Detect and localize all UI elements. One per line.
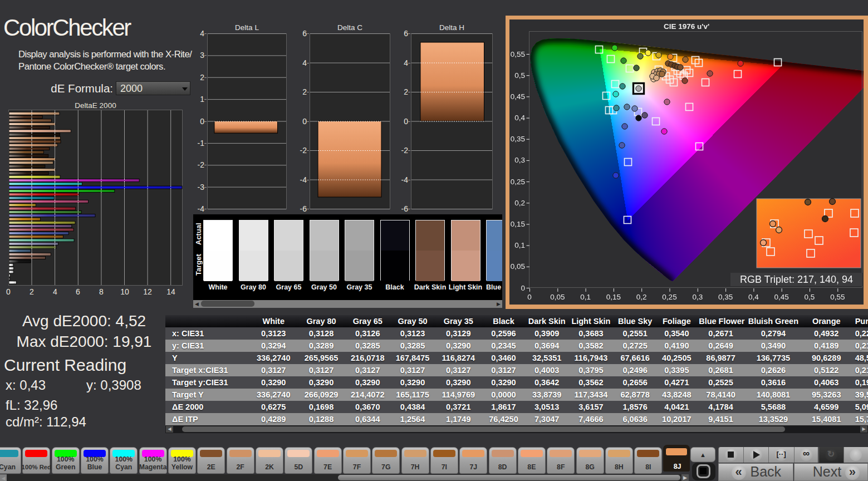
svg-text:CIE 1976 u'v': CIE 1976 u'v' bbox=[664, 22, 709, 31]
svg-text:0,45: 0,45 bbox=[774, 293, 789, 301]
svg-text:0: 0 bbox=[521, 284, 525, 292]
svg-text:0,4: 0,4 bbox=[748, 293, 759, 301]
svg-text:0,35: 0,35 bbox=[718, 293, 733, 301]
svg-text:0,2: 0,2 bbox=[514, 199, 525, 207]
svg-text:RGB Triplet: 217, 140, 94: RGB Triplet: 217, 140, 94 bbox=[740, 274, 853, 285]
svg-text:0,45: 0,45 bbox=[511, 92, 525, 101]
svg-text:0,05: 0,05 bbox=[550, 293, 565, 301]
svg-text:0,2: 0,2 bbox=[636, 293, 647, 301]
svg-text:0,4: 0,4 bbox=[514, 114, 525, 122]
svg-text:0: 0 bbox=[527, 293, 532, 301]
svg-text:0,55: 0,55 bbox=[511, 50, 525, 58]
svg-text:0,35: 0,35 bbox=[511, 135, 525, 143]
svg-text:0,3: 0,3 bbox=[514, 156, 525, 164]
svg-text:0,1: 0,1 bbox=[514, 241, 525, 249]
svg-text:0,5: 0,5 bbox=[805, 293, 815, 301]
svg-text:0,1: 0,1 bbox=[580, 293, 591, 301]
svg-text:0,15: 0,15 bbox=[606, 293, 621, 301]
svg-text:0,5: 0,5 bbox=[514, 71, 525, 80]
svg-text:0,15: 0,15 bbox=[511, 220, 525, 228]
svg-text:0,05: 0,05 bbox=[511, 262, 525, 271]
svg-text:0,25: 0,25 bbox=[511, 178, 525, 186]
svg-text:0,3: 0,3 bbox=[692, 293, 703, 301]
svg-text:0,55: 0,55 bbox=[830, 293, 845, 301]
svg-text:0,25: 0,25 bbox=[662, 293, 676, 301]
